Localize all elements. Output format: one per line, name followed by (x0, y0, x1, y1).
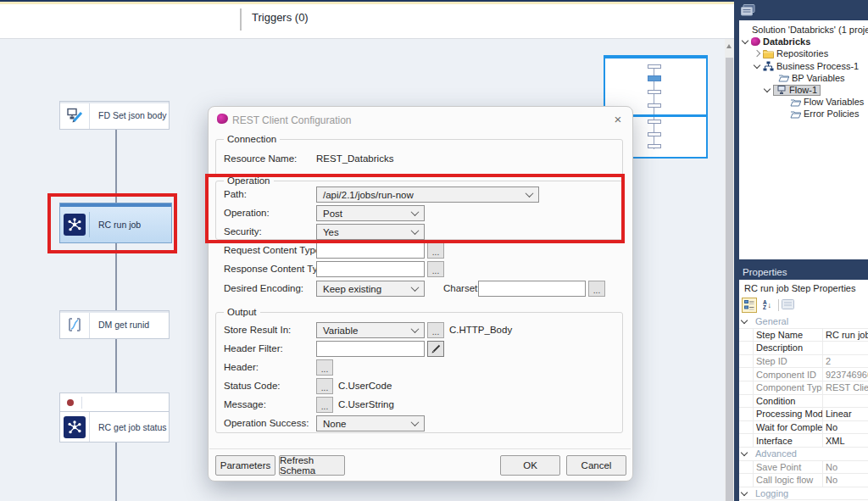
prop-row-save-point[interactable]: Save Point No (739, 461, 868, 475)
prop-category-logging[interactable]: Logging (739, 487, 868, 501)
open-folder-icon (790, 109, 801, 119)
dialog-title[interactable]: REST Client Configuration (232, 114, 352, 126)
chevron-down-icon[interactable] (754, 61, 760, 68)
parameters-button[interactable]: Parameters (215, 455, 275, 476)
tree-item-repositories[interactable]: Repositories (739, 47, 868, 59)
prop-row-description[interactable]: Description (739, 342, 868, 355)
operation-success-value: None (323, 419, 347, 429)
scroll-up-icon[interactable] (726, 44, 732, 48)
prop-row-call-logic-flow[interactable]: Call logic flow No (739, 474, 868, 487)
security-value: Yes (323, 227, 339, 237)
rest-client-icon (60, 207, 89, 242)
ok-button[interactable]: OK (500, 455, 560, 476)
operation-success-select[interactable]: None (316, 415, 425, 431)
pencil-icon (431, 343, 442, 354)
desired-encoding-select[interactable]: Keep existing (316, 281, 425, 297)
property-pages-button[interactable] (782, 298, 794, 313)
cancel-button[interactable]: Cancel (566, 455, 626, 476)
header-browse-button[interactable]: ... (316, 359, 333, 376)
minimap-step (648, 90, 661, 94)
prop-row-condition[interactable]: Condition (739, 395, 868, 409)
sort-alphabetical-button[interactable]: AZ↓ (760, 298, 775, 313)
tree-item-flow-variables[interactable]: Flow Variables (739, 96, 868, 108)
tree-item-flow-1[interactable]: Flow-1 (739, 84, 868, 96)
response-content-type-browse-button[interactable]: ... (427, 261, 444, 277)
header-filter-edit-button[interactable] (427, 341, 444, 357)
properties-panel: RC run job Step Properties AZ↓ (739, 280, 868, 501)
chevron-down-icon (411, 325, 420, 333)
charset-input[interactable] (478, 281, 586, 297)
chevron-down-icon (741, 317, 748, 324)
prop-row-processing-mode[interactable]: Processing Mode Linear (739, 408, 868, 421)
properties-grid: General Step Name RC run job Description… (739, 315, 868, 501)
tree-item-bp-variables[interactable]: BP Variables (739, 72, 868, 84)
prop-row-interface[interactable]: Interface XML (739, 434, 868, 448)
explorer-panel-icon[interactable] (741, 4, 755, 19)
categorized-view-button[interactable] (742, 298, 757, 313)
selected-tree-item: Flow-1 (773, 85, 821, 96)
store-result-variable: C.HTTP_Body (449, 325, 512, 335)
prop-row-wait-for-completion[interactable]: Wait for Complet No (739, 421, 868, 435)
properties-panel-title: Properties (743, 267, 787, 277)
message-browse-button[interactable]: ... (316, 397, 333, 413)
path-select[interactable]: /api/2.1/jobs/run-now (316, 186, 539, 203)
tree-item-business-process-1[interactable]: Business Process-1 (739, 60, 868, 72)
prop-row-step-name[interactable]: Step Name RC run job (739, 329, 868, 342)
store-result-in-label: Store Result In: (224, 325, 291, 335)
chevron-down-icon (741, 449, 748, 456)
prop-category-general[interactable]: General (739, 315, 868, 329)
minimap-step-selected (648, 75, 661, 81)
desired-encoding-label: Desired Encoding: (224, 283, 303, 293)
tab-triggers[interactable]: Triggers (0) (252, 11, 309, 24)
chevron-right-icon[interactable] (754, 50, 760, 57)
chevron-down-icon (741, 489, 748, 496)
request-content-type-browse-button[interactable]: ... (427, 242, 444, 259)
breakpoint-icon (67, 399, 74, 406)
chevron-down-icon[interactable] (742, 37, 748, 44)
scrollbar-thumb[interactable] (726, 58, 733, 501)
status-code-variable: C.UserCode (338, 381, 392, 391)
chevron-down-icon (411, 283, 420, 292)
store-result-in-value: Variable (323, 326, 358, 336)
tree-item-error-policies[interactable]: Error Policies (739, 108, 868, 120)
close-icon[interactable]: × (610, 111, 626, 126)
flow-icon (776, 86, 787, 95)
step-label: RC run job (89, 212, 171, 237)
minimap-step (648, 103, 661, 108)
request-content-type-input[interactable] (316, 242, 425, 259)
properties-panel-header[interactable]: Properties (734, 264, 868, 280)
rest-client-configuration-dialog: REST Client Configuration × Connection R… (208, 106, 633, 482)
prop-row-step-id[interactable]: Step ID 2 (739, 355, 868, 369)
tree-item-solution[interactable]: Solution 'Databricks' (1 proje (739, 24, 868, 36)
prop-category-advanced[interactable]: Advanced (739, 448, 868, 461)
charset-browse-button[interactable]: ... (588, 281, 605, 297)
chevron-down-icon[interactable] (764, 86, 771, 92)
flow-step-rc-get-job-status[interactable]: RC get job status (59, 411, 170, 443)
flow-step-rc-run-job[interactable]: RC run job (59, 203, 172, 243)
header-filter-input[interactable] (316, 341, 425, 357)
tab-divider (240, 8, 242, 31)
status-code-browse-button[interactable]: ... (316, 378, 333, 394)
prop-row-component-type[interactable]: Component Type REST Client (739, 381, 868, 395)
chevron-down-icon (411, 208, 420, 216)
tree-item-databricks[interactable]: Databricks (739, 36, 868, 47)
canvas-vertical-scrollbar[interactable] (725, 39, 734, 501)
store-result-in-select[interactable]: Variable (316, 322, 425, 338)
business-process-icon (763, 61, 774, 71)
flow-step-fd-set-json-body[interactable]: FD Set json body (59, 101, 170, 130)
resource-name-value: REST_Databricks (316, 153, 393, 164)
operation-select[interactable]: Post (316, 205, 425, 221)
flow-step-header-strip[interactable] (59, 392, 170, 412)
prop-row-component-id[interactable]: Component ID 923746966 (739, 368, 868, 381)
response-content-type-input[interactable] (316, 261, 425, 277)
refresh-schema-button[interactable]: Refresh Schema (279, 455, 345, 476)
store-result-browse-button[interactable]: ... (427, 322, 444, 338)
flow-step-dm-get-runid[interactable]: DM get runid (59, 310, 170, 339)
group-legend: Operation (224, 175, 274, 186)
chevron-down-icon (411, 418, 420, 426)
path-value: /api/2.1/jobs/run-now (323, 190, 414, 200)
desired-encoding-value: Keep existing (323, 284, 381, 294)
security-select[interactable]: Yes (316, 224, 425, 240)
path-label: Path: (224, 189, 247, 199)
properties-header: RC run job Step Properties (744, 283, 855, 293)
